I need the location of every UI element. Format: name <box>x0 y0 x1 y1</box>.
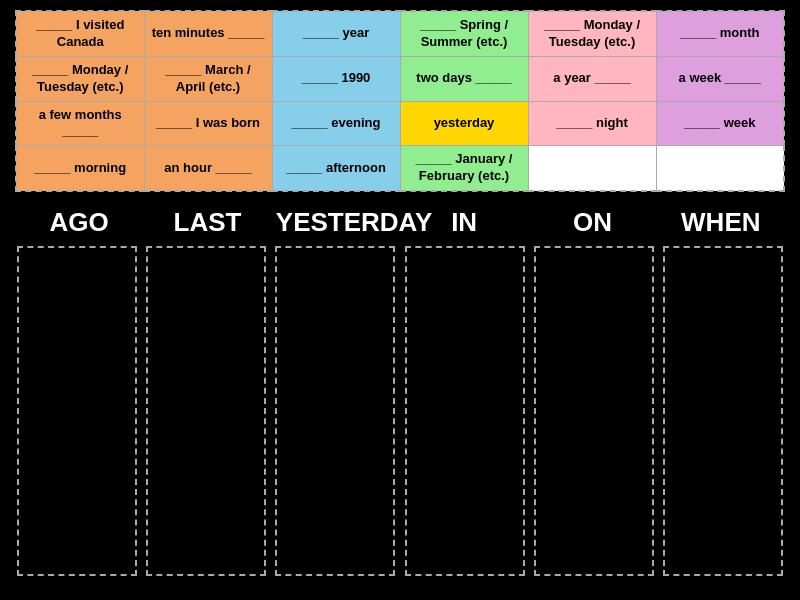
drop-box-ago[interactable] <box>17 246 137 576</box>
cell-r3-c4[interactable] <box>528 146 656 191</box>
cell-r3-c1[interactable]: an hour _____ <box>144 146 272 191</box>
cell-r0-c0[interactable]: _____ I visited Canada <box>16 11 144 56</box>
top-section: _____ I visited Canadaten minutes ______… <box>0 0 800 197</box>
cell-r1-c3[interactable]: two days _____ <box>400 56 528 101</box>
cell-r2-c3[interactable]: yesterday <box>400 101 528 146</box>
column-header-in: IN <box>404 207 524 238</box>
cell-r2-c1[interactable]: _____ I was born <box>144 101 272 146</box>
drop-columns <box>15 246 785 576</box>
cell-r3-c3[interactable]: _____ January / February (etc.) <box>400 146 528 191</box>
drop-box-on[interactable] <box>534 246 654 576</box>
cell-r0-c1[interactable]: ten minutes _____ <box>144 11 272 56</box>
cell-r0-c2[interactable]: _____ year <box>272 11 400 56</box>
cell-r1-c0[interactable]: _____ Monday / Tuesday (etc.) <box>16 56 144 101</box>
column-header-last: LAST <box>147 207 267 238</box>
cell-r3-c5[interactable] <box>656 146 784 191</box>
cell-r1-c5[interactable]: a week _____ <box>656 56 784 101</box>
drop-box-in[interactable] <box>405 246 525 576</box>
cell-r1-c2[interactable]: _____ 1990 <box>272 56 400 101</box>
cell-r2-c0[interactable]: a few months _____ <box>16 101 144 146</box>
cell-r1-c1[interactable]: _____ March / April (etc.) <box>144 56 272 101</box>
column-header-ago: AGO <box>19 207 139 238</box>
column-header-yesterday: YESTERDAY <box>276 207 396 238</box>
cell-r2-c2[interactable]: _____ evening <box>272 101 400 146</box>
drop-box-last[interactable] <box>146 246 266 576</box>
cell-r0-c4[interactable]: _____ Monday / Tuesday (etc.) <box>528 11 656 56</box>
cell-r3-c2[interactable]: _____ afternoon <box>272 146 400 191</box>
cell-r2-c5[interactable]: _____ week <box>656 101 784 146</box>
drop-box-when[interactable] <box>663 246 783 576</box>
cell-r0-c5[interactable]: _____ month <box>656 11 784 56</box>
bottom-section: AGOLASTYESTERDAYINONWHEN <box>0 197 800 586</box>
cell-r0-c3[interactable]: _____ Spring / Summer (etc.) <box>400 11 528 56</box>
cell-r1-c4[interactable]: a year _____ <box>528 56 656 101</box>
cell-r3-c0[interactable]: _____ morning <box>16 146 144 191</box>
column-headers: AGOLASTYESTERDAYINONWHEN <box>15 207 785 238</box>
column-header-when: WHEN <box>661 207 781 238</box>
column-header-on: ON <box>532 207 652 238</box>
drop-box-yesterday[interactable] <box>275 246 395 576</box>
phrase-grid: _____ I visited Canadaten minutes ______… <box>15 10 785 192</box>
cell-r2-c4[interactable]: _____ night <box>528 101 656 146</box>
